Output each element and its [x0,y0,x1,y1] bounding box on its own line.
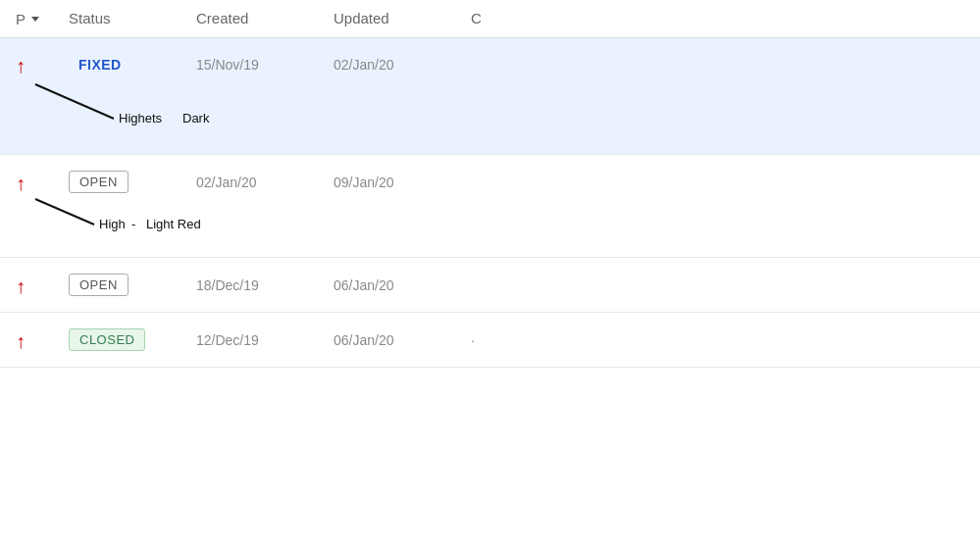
annotation-area-2: High - Light Red [0,197,980,257]
cell-updated-1: 02/Jan/20 [334,56,471,74]
cell-status-3: OPEN [69,274,196,296]
sort-icon[interactable] [31,17,39,22]
header-status-label: Status [69,10,111,26]
header-extra-label: C [471,10,482,26]
annotation-arrow-container-1: Highets Dark Red [0,79,980,138]
table-row[interactable]: ↑ FIXED 15/Nov/19 02/Jan/20 Highets Dark… [0,38,980,155]
date-updated-2: 09/Jan/20 [334,171,394,190]
row-main-2: ↑ OPEN 02/Jan/20 09/Jan/20 [0,155,980,197]
cell-priority-1: ↑ [0,54,69,75]
svg-line-1 [35,199,94,225]
table-row[interactable]: ↑ OPEN 02/Jan/20 09/Jan/20 High - Light … [0,155,980,258]
issues-table: P Status Created Updated C ↑ FIXED [0,0,980,368]
cell-created-3: 18/Dec/19 [196,276,334,294]
table-header: P Status Created Updated C [0,0,980,38]
header-updated-label: Updated [334,10,389,26]
cell-status-1: FIXED [69,54,196,75]
status-badge-1: FIXED [69,54,131,75]
priority-icon-4: ↑ [16,331,26,351]
cell-status-4: CLOSED [69,328,196,351]
col-header-status[interactable]: Status [69,10,196,27]
cell-updated-2: 09/Jan/20 [334,174,471,191]
extra-dot-4: · [471,328,475,348]
date-created-2: 02/Jan/20 [196,171,257,190]
date-created-3: 18/Dec/19 [196,274,259,293]
annotation-svg-1: Highets Dark Red [16,79,212,138]
header-created-label: Created [196,10,248,26]
cell-updated-3: 06/Jan/20 [334,276,471,294]
sort-down-icon [31,17,39,22]
row-main-1: ↑ FIXED 15/Nov/19 02/Jan/20 [0,38,980,79]
annotation-arrow-container-2: High - Light Red [0,197,980,241]
cell-priority-2: ↑ [0,172,69,193]
date-updated-1: 02/Jan/20 [334,53,394,73]
svg-line-0 [35,84,114,119]
status-badge-4: CLOSED [69,328,145,351]
cell-extra-4: · [471,331,500,349]
status-badge-2: OPEN [69,171,129,193]
annotation-label-1: Highets [119,111,163,125]
date-updated-4: 06/Jan/20 [334,328,394,348]
row-main-3: ↑ OPEN 18/Dec/19 06/Jan/20 [0,258,980,312]
col-header-extra: C [471,10,500,27]
header-p-label: P [16,11,26,27]
cell-updated-4: 06/Jan/20 [334,331,471,349]
col-header-updated[interactable]: Updated [334,10,471,27]
date-created-1: 15/Nov/19 [196,53,259,73]
annotation-label-2: High [99,217,126,231]
priority-icon-1: ↑ [16,56,26,75]
cell-created-1: 15/Nov/19 [196,56,334,74]
cell-created-2: 02/Jan/20 [196,174,334,191]
table-row[interactable]: ↑ CLOSED 12/Dec/19 06/Jan/20 · [0,313,980,368]
priority-icon-2: ↑ [16,174,26,193]
row-main-4: ↑ CLOSED 12/Dec/19 06/Jan/20 · [0,313,980,367]
cell-priority-3: ↑ [0,275,69,296]
table-row[interactable]: ↑ OPEN 18/Dec/19 06/Jan/20 [0,258,980,313]
cell-status-2: OPEN [69,171,196,193]
col-header-p[interactable]: P [0,11,69,27]
annotation-svg-2: High - Light Red [16,197,271,241]
annotation-color-1: Dark Red [182,111,212,125]
date-updated-3: 06/Jan/20 [334,274,394,293]
priority-icon-3: ↑ [16,276,26,296]
status-badge-3: OPEN [69,274,129,296]
annotation-color-2: Light Red [146,217,201,231]
cell-priority-4: ↑ [0,329,69,351]
annotation-separator-2: - [131,217,135,231]
cell-created-4: 12/Dec/19 [196,331,334,349]
col-header-created[interactable]: Created [196,10,334,27]
annotation-area-1: Highets Dark Red [0,79,980,154]
date-created-4: 12/Dec/19 [196,328,259,348]
